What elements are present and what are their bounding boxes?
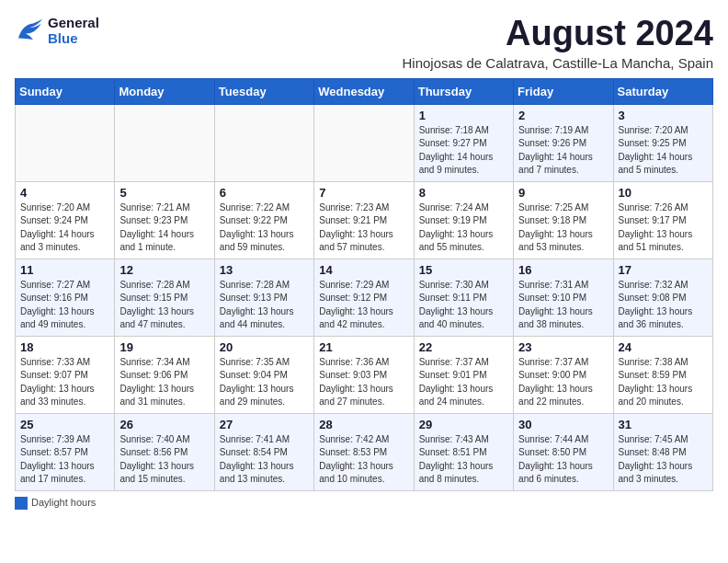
day-info: Sunrise: 7:40 AM Sunset: 8:56 PM Dayligh… — [119, 433, 209, 487]
calendar-cell: 24Sunrise: 7:38 AM Sunset: 8:59 PM Dayli… — [613, 336, 712, 413]
day-info: Sunrise: 7:20 AM Sunset: 9:25 PM Dayligh… — [619, 124, 708, 178]
calendar-cell: 22Sunrise: 7:37 AM Sunset: 9:01 PM Dayli… — [414, 336, 513, 413]
day-number: 13 — [220, 263, 309, 277]
calendar-cell: 6Sunrise: 7:22 AM Sunset: 9:22 PM Daylig… — [214, 181, 313, 259]
page-header: General Blue August 2024 Hinojosas de Ca… — [15, 15, 713, 71]
day-info: Sunrise: 7:18 AM Sunset: 9:27 PM Dayligh… — [419, 124, 508, 178]
calendar-table: SundayMondayTuesdayWednesdayThursdayFrid… — [15, 78, 713, 491]
calendar-cell: 27Sunrise: 7:41 AM Sunset: 8:54 PM Dayli… — [214, 413, 313, 490]
calendar-cell: 21Sunrise: 7:36 AM Sunset: 9:03 PM Dayli… — [314, 336, 414, 413]
day-info: Sunrise: 7:37 AM Sunset: 9:00 PM Dayligh… — [518, 356, 608, 409]
calendar-cell: 20Sunrise: 7:35 AM Sunset: 9:04 PM Dayli… — [214, 336, 313, 413]
day-info: Sunrise: 7:31 AM Sunset: 9:10 PM Dayligh… — [518, 279, 608, 332]
day-info: Sunrise: 7:24 AM Sunset: 9:19 PM Dayligh… — [419, 201, 508, 255]
day-number: 20 — [220, 340, 309, 354]
day-info: Sunrise: 7:42 AM Sunset: 8:53 PM Dayligh… — [319, 433, 408, 487]
calendar-week-row: 25Sunrise: 7:39 AM Sunset: 8:57 PM Dayli… — [16, 413, 713, 490]
day-number: 29 — [419, 418, 508, 431]
calendar-cell: 10Sunrise: 7:26 AM Sunset: 9:17 PM Dayli… — [613, 181, 712, 259]
title-block: August 2024 Hinojosas de Calatrava, Cast… — [402, 15, 713, 71]
day-info: Sunrise: 7:23 AM Sunset: 9:21 PM Dayligh… — [319, 201, 408, 255]
day-number: 17 — [619, 263, 708, 277]
day-info: Sunrise: 7:34 AM Sunset: 9:06 PM Dayligh… — [119, 356, 209, 409]
calendar-cell: 8Sunrise: 7:24 AM Sunset: 9:19 PM Daylig… — [414, 181, 513, 259]
calendar-cell: 15Sunrise: 7:30 AM Sunset: 9:11 PM Dayli… — [414, 259, 513, 336]
day-number: 5 — [119, 186, 209, 200]
days-of-week-row: SundayMondayTuesdayWednesdayThursdayFrid… — [16, 78, 713, 104]
day-number: 24 — [619, 340, 708, 354]
calendar-cell: 23Sunrise: 7:37 AM Sunset: 9:00 PM Dayli… — [514, 336, 613, 413]
day-info: Sunrise: 7:36 AM Sunset: 9:03 PM Dayligh… — [319, 356, 408, 409]
day-number: 6 — [220, 186, 309, 200]
day-number: 11 — [20, 263, 109, 277]
legend-box: Daylight hours — [15, 497, 96, 510]
day-info: Sunrise: 7:28 AM Sunset: 9:15 PM Dayligh… — [119, 279, 209, 332]
main-title: August 2024 — [402, 15, 713, 53]
day-info: Sunrise: 7:35 AM Sunset: 9:04 PM Dayligh… — [220, 356, 309, 409]
day-of-week-header: Sunday — [16, 78, 115, 104]
day-number: 21 — [319, 340, 408, 354]
calendar-cell: 2Sunrise: 7:19 AM Sunset: 9:26 PM Daylig… — [514, 104, 613, 181]
day-number: 22 — [419, 340, 508, 354]
calendar-cell: 5Sunrise: 7:21 AM Sunset: 9:23 PM Daylig… — [115, 181, 214, 259]
day-number: 19 — [119, 340, 209, 354]
calendar-week-row: 4Sunrise: 7:20 AM Sunset: 9:24 PM Daylig… — [16, 181, 713, 259]
calendar-cell — [314, 104, 414, 181]
day-number: 14 — [319, 263, 408, 277]
calendar-cell: 17Sunrise: 7:32 AM Sunset: 9:08 PM Dayli… — [613, 259, 712, 336]
calendar-cell — [214, 104, 313, 181]
calendar-cell: 3Sunrise: 7:20 AM Sunset: 9:25 PM Daylig… — [613, 104, 712, 181]
calendar-cell: 26Sunrise: 7:40 AM Sunset: 8:56 PM Dayli… — [115, 413, 214, 490]
day-info: Sunrise: 7:44 AM Sunset: 8:50 PM Dayligh… — [518, 433, 608, 487]
calendar-cell: 14Sunrise: 7:29 AM Sunset: 9:12 PM Dayli… — [314, 259, 414, 336]
calendar-cell: 12Sunrise: 7:28 AM Sunset: 9:15 PM Dayli… — [115, 259, 214, 336]
calendar-cell — [16, 104, 115, 181]
day-number: 23 — [518, 340, 608, 354]
day-info: Sunrise: 7:39 AM Sunset: 8:57 PM Dayligh… — [20, 433, 109, 487]
day-info: Sunrise: 7:33 AM Sunset: 9:07 PM Dayligh… — [20, 356, 109, 409]
day-of-week-header: Thursday — [414, 78, 513, 104]
day-info: Sunrise: 7:45 AM Sunset: 8:48 PM Dayligh… — [619, 433, 708, 487]
logo: General Blue — [15, 15, 99, 46]
day-info: Sunrise: 7:30 AM Sunset: 9:11 PM Dayligh… — [419, 279, 508, 332]
calendar-cell: 31Sunrise: 7:45 AM Sunset: 8:48 PM Dayli… — [613, 413, 712, 490]
calendar-cell: 16Sunrise: 7:31 AM Sunset: 9:10 PM Dayli… — [514, 259, 613, 336]
day-info: Sunrise: 7:26 AM Sunset: 9:17 PM Dayligh… — [619, 201, 708, 255]
day-number: 28 — [319, 418, 408, 431]
day-number: 10 — [619, 186, 708, 200]
day-number: 27 — [220, 418, 309, 431]
day-of-week-header: Monday — [115, 78, 214, 104]
day-info: Sunrise: 7:20 AM Sunset: 9:24 PM Dayligh… — [20, 201, 109, 255]
day-number: 31 — [619, 418, 708, 431]
calendar-week-row: 18Sunrise: 7:33 AM Sunset: 9:07 PM Dayli… — [16, 336, 713, 413]
day-of-week-header: Tuesday — [214, 78, 313, 104]
calendar-week-row: 11Sunrise: 7:27 AM Sunset: 9:16 PM Dayli… — [16, 259, 713, 336]
day-of-week-header: Wednesday — [314, 78, 414, 104]
day-info: Sunrise: 7:29 AM Sunset: 9:12 PM Dayligh… — [319, 279, 408, 332]
calendar-cell: 19Sunrise: 7:34 AM Sunset: 9:06 PM Dayli… — [115, 336, 214, 413]
calendar-cell: 25Sunrise: 7:39 AM Sunset: 8:57 PM Dayli… — [16, 413, 115, 490]
logo-text: General Blue — [48, 15, 99, 46]
day-number: 25 — [20, 418, 109, 431]
day-number: 9 — [518, 186, 608, 200]
day-number: 2 — [518, 109, 608, 122]
calendar-cell — [115, 104, 214, 181]
calendar-header: SundayMondayTuesdayWednesdayThursdayFrid… — [16, 78, 713, 104]
calendar-cell: 30Sunrise: 7:44 AM Sunset: 8:50 PM Dayli… — [514, 413, 613, 490]
calendar-cell: 18Sunrise: 7:33 AM Sunset: 9:07 PM Dayli… — [16, 336, 115, 413]
day-info: Sunrise: 7:25 AM Sunset: 9:18 PM Dayligh… — [518, 201, 608, 255]
day-number: 16 — [518, 263, 608, 277]
logo-icon — [15, 17, 44, 43]
day-number: 3 — [619, 109, 708, 122]
day-number: 18 — [20, 340, 109, 354]
day-of-week-header: Saturday — [613, 78, 712, 104]
day-number: 30 — [518, 418, 608, 431]
footer: Daylight hours — [15, 497, 713, 510]
day-info: Sunrise: 7:37 AM Sunset: 9:01 PM Dayligh… — [419, 356, 508, 409]
day-info: Sunrise: 7:28 AM Sunset: 9:13 PM Dayligh… — [220, 279, 309, 332]
day-info: Sunrise: 7:41 AM Sunset: 8:54 PM Dayligh… — [220, 433, 309, 487]
day-info: Sunrise: 7:19 AM Sunset: 9:26 PM Dayligh… — [518, 124, 608, 178]
day-number: 1 — [419, 109, 508, 122]
day-info: Sunrise: 7:32 AM Sunset: 9:08 PM Dayligh… — [619, 279, 708, 332]
day-of-week-header: Friday — [514, 78, 613, 104]
